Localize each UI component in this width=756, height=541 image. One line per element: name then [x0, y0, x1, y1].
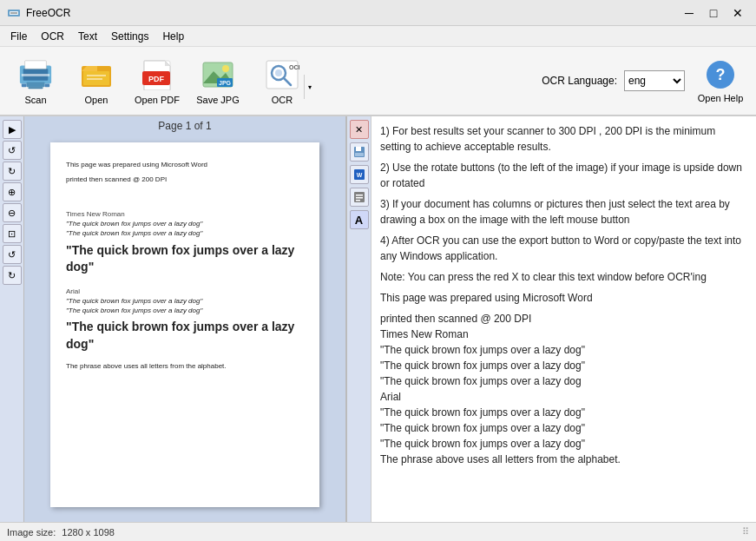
- ocr-doc-q3: "The quick brown fox jumps over a lazy d…: [380, 375, 582, 387]
- doc-quote2a: "The quick brown fox jumps over a lazy d…: [66, 296, 304, 306]
- svg-text:W: W: [356, 172, 362, 178]
- scan-button[interactable]: Scan: [7, 50, 64, 111]
- menu-settings[interactable]: Settings: [104, 27, 155, 46]
- zoom-in-button[interactable]: ⊕: [3, 182, 22, 201]
- svg-text:PDF: PDF: [148, 75, 165, 83]
- ocr-dropdown-arrow[interactable]: ▾: [304, 75, 314, 99]
- svg-rect-36: [356, 195, 363, 196]
- open-icon: [79, 57, 114, 92]
- svg-rect-31: [356, 147, 361, 151]
- font-button[interactable]: A: [350, 210, 369, 229]
- status-text: Image size: 1280 x 1098: [7, 527, 115, 538]
- svg-point-20: [222, 65, 229, 72]
- rotate-cw-button[interactable]: ↻: [3, 266, 22, 285]
- status-bar: Image size: 1280 x 1098 ⠿: [0, 522, 756, 541]
- menu-text[interactable]: Text: [71, 27, 104, 46]
- ocr-doc-phrase: The phrase above uses all letters from t…: [380, 453, 621, 465]
- menu-ocr[interactable]: OCR: [34, 27, 71, 46]
- clear-button[interactable]: ✕: [350, 120, 369, 139]
- ocr-doc-font1: Times New Roman: [380, 328, 469, 340]
- ocr-doc-line2: printed then scanned @ 200 DPI: [380, 313, 531, 325]
- document-page: This page was prepared using Microsoft W…: [50, 142, 319, 507]
- svg-rect-32: [355, 153, 364, 156]
- svg-rect-10: [44, 83, 49, 87]
- ocr-tip1: 1) For best results set your scanner to …: [380, 123, 747, 155]
- svg-text:?: ?: [716, 66, 726, 83]
- left-panel: ▶ ↺ ↻ ⊕ ⊖ ⊡ ↺ ↻ Page 1 of 1 This page wa…: [0, 116, 347, 522]
- doc-font2: Arial: [66, 287, 304, 296]
- ocr-doc-font2: Arial: [380, 391, 401, 403]
- page-label: Page 1 of 1: [24, 116, 345, 135]
- ocr-doc-q1: "The quick brown fox jumps over a lazy d…: [380, 344, 585, 356]
- open-button[interactable]: Open: [68, 50, 125, 111]
- doc-line2: printed then scanned @ 200 DPI: [66, 175, 304, 184]
- svg-rect-7: [27, 82, 45, 87]
- svg-rect-6: [25, 60, 47, 69]
- save-button[interactable]: [350, 142, 369, 162]
- menu-help[interactable]: Help: [155, 27, 191, 46]
- svg-rect-9: [22, 83, 27, 87]
- zoom-fit-button[interactable]: ⊡: [3, 224, 22, 243]
- resize-grip[interactable]: ⠿: [742, 526, 749, 538]
- toolbar: Scan Open PDF Open PDF: [0, 47, 756, 116]
- ocr-doc-line1: This page was prepared using Microsoft W…: [380, 290, 747, 306]
- ocr-label: OCR: [272, 95, 293, 105]
- image-canvas[interactable]: This page was prepared using Microsoft W…: [24, 135, 345, 522]
- rotate-left-button[interactable]: ↺: [3, 141, 22, 160]
- scan-icon: [18, 57, 53, 92]
- open-help-label: Open Help: [698, 93, 744, 103]
- arrow-up-button[interactable]: ▶: [3, 120, 22, 139]
- help-icon: ?: [704, 58, 737, 91]
- rotate-right-button[interactable]: ↻: [3, 162, 22, 181]
- open-pdf-button[interactable]: PDF Open PDF: [128, 50, 186, 111]
- side-toolbar: ▶ ↺ ↻ ⊕ ⊖ ⊡ ↺ ↻: [0, 116, 24, 522]
- image-size-label: Image size:: [7, 527, 56, 538]
- export-text-button[interactable]: [350, 188, 369, 207]
- doc-quote1a: "The quick brown fox jumps over a lazy d…: [66, 219, 304, 228]
- ocr-icon: OCR: [265, 57, 299, 92]
- save-jpg-button[interactable]: JPG Save JPG: [189, 50, 247, 111]
- open-help-button[interactable]: ? Open Help: [692, 54, 749, 108]
- doc-quote1b: "The quick brown fox jumps over a lazy d…: [66, 228, 304, 238]
- menu-file[interactable]: File: [3, 27, 34, 46]
- word-icon: W: [353, 168, 365, 181]
- menu-bar: File OCR Text Settings Help: [0, 26, 756, 47]
- svg-rect-2: [10, 12, 17, 14]
- maximize-button[interactable]: □: [702, 3, 725, 23]
- svg-rect-8: [28, 87, 43, 89]
- ocr-tip2: 2) Use the rotate buttons (to the left o…: [380, 160, 747, 191]
- doc-font1: Times New Roman: [66, 209, 304, 219]
- window-controls: ─ □ ✕: [678, 3, 749, 23]
- toolbar-right: OCR Language: eng ? Open Help: [542, 54, 749, 108]
- ocr-text-output[interactable]: 1) For best results set your scanner to …: [371, 116, 756, 522]
- window-title: FreeOCR: [26, 7, 70, 19]
- open-label: Open: [85, 95, 108, 105]
- zoom-out-button[interactable]: ⊖: [3, 203, 22, 222]
- export-word-button[interactable]: W: [350, 165, 369, 184]
- title-bar: FreeOCR ─ □ ✕: [0, 0, 756, 26]
- save-jpg-label: Save JPG: [196, 95, 240, 105]
- scan-label: Scan: [24, 95, 46, 105]
- svg-text:JPG: JPG: [219, 80, 232, 86]
- svg-rect-13: [87, 75, 106, 76]
- right-panel: ✕ W: [347, 116, 756, 522]
- text-icon: [353, 191, 365, 203]
- open-pdf-label: Open PDF: [135, 95, 180, 105]
- svg-text:OCR: OCR: [289, 64, 299, 70]
- ocr-doc-q2: "The quick brown fox jumps over a lazy d…: [380, 360, 585, 372]
- ocr-language-label: OCR Language:: [542, 75, 617, 87]
- app-icon: [7, 6, 21, 20]
- rotate-ccw-button[interactable]: ↺: [3, 245, 22, 264]
- image-size-value: 1280 x 1098: [62, 527, 115, 538]
- close-button[interactable]: ✕: [726, 3, 749, 23]
- ocr-tip3: 3) If your document has columns or pictu…: [380, 196, 747, 228]
- save-icon: [353, 146, 365, 158]
- title-bar-left: FreeOCR: [7, 6, 70, 20]
- ocr-tip4: 4) After OCR you can use the export butt…: [380, 233, 747, 264]
- svg-rect-14: [87, 78, 102, 80]
- ocr-language-select[interactable]: eng: [624, 70, 685, 91]
- doc-line1: This page was prepared using Microsoft W…: [66, 160, 304, 169]
- ocr-doc-q6: "The quick brown fox jumps over a lazy d…: [380, 438, 585, 450]
- minimize-button[interactable]: ─: [678, 3, 700, 23]
- svg-rect-38: [356, 200, 360, 201]
